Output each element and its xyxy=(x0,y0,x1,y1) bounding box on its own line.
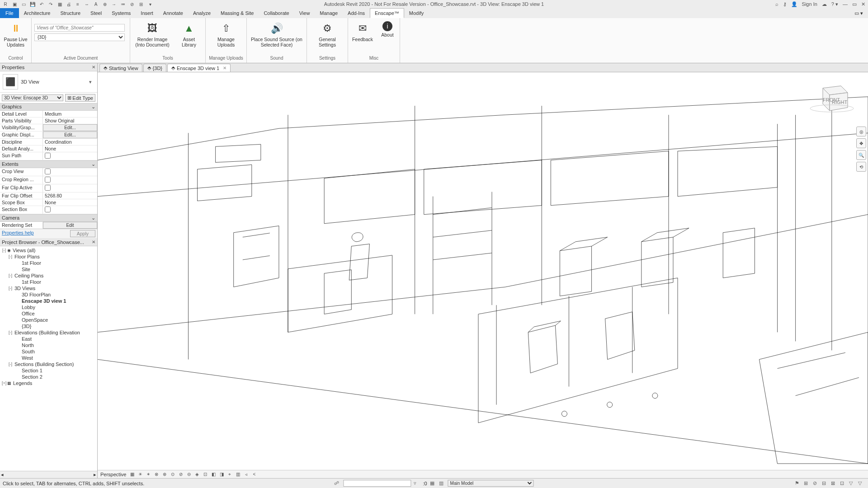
status-input[interactable] xyxy=(343,480,411,487)
tree-node[interactable]: 1st Floor xyxy=(0,260,97,266)
tab-collaborate[interactable]: Collaborate xyxy=(259,8,294,18)
status-tool-7[interactable]: ▽ xyxy=(858,480,864,487)
tree-node[interactable]: [-]Floor Plans xyxy=(0,253,97,260)
place-sound-source-button[interactable]: 🔊 Place Sound Source (on Selected Face) xyxy=(250,21,304,47)
tree-node[interactable]: Site xyxy=(0,266,97,272)
view-control-button-4[interactable]: ⊕ xyxy=(161,471,168,478)
appearance-dropdown[interactable]: ▭ ▾ xyxy=(849,8,868,18)
about-button[interactable]: i About xyxy=(378,21,397,38)
view-control-button-11[interactable]: ◨ xyxy=(218,471,225,478)
type-selector[interactable]: ⬛ 3D View ▾ xyxy=(0,71,97,93)
qat-button-14[interactable]: ⊘ xyxy=(128,0,136,8)
tree-node[interactable]: 1st Floor xyxy=(0,279,97,285)
property-checkbox[interactable] xyxy=(45,177,51,183)
views-search-input[interactable] xyxy=(34,24,125,32)
view-control-button-8[interactable]: ◈ xyxy=(194,471,200,478)
status-tool-5[interactable]: ⊡ xyxy=(840,480,846,487)
tab-steel[interactable]: Steel xyxy=(85,8,107,18)
property-checkbox[interactable] xyxy=(45,206,51,212)
tree-node[interactable]: [+]▦Legends xyxy=(0,380,97,386)
qat-button-5[interactable]: ↷ xyxy=(47,0,54,8)
orbit-button[interactable]: ⟲ xyxy=(856,162,866,172)
collapse-icon[interactable]: [-] xyxy=(2,248,6,253)
property-section-header[interactable]: Extents⌄ xyxy=(0,160,97,168)
tab-insert[interactable]: Insert xyxy=(136,8,158,18)
file-menu[interactable]: File xyxy=(0,8,19,18)
worksets-icon[interactable]: ☍ xyxy=(334,480,340,487)
qat-button-15[interactable]: ⊞ xyxy=(137,0,145,8)
property-value[interactable] xyxy=(43,152,97,160)
view-tab[interactable]: ⬘Starting View xyxy=(99,64,142,72)
collapse-icon[interactable]: [-] xyxy=(8,254,13,259)
qat-button-16[interactable]: ▾ xyxy=(146,0,154,8)
property-value[interactable]: Show Original xyxy=(43,117,97,124)
status-tool-3[interactable]: ⊟ xyxy=(822,480,828,487)
qat-button-6[interactable]: ▦ xyxy=(56,0,63,8)
zoom-button[interactable]: 🔍 xyxy=(856,150,866,160)
status-tool-1[interactable]: ⊞ xyxy=(804,480,810,487)
editable-only-icon[interactable]: ▥ xyxy=(439,480,445,487)
property-value[interactable] xyxy=(43,176,97,184)
tab-structure[interactable]: Structure xyxy=(55,8,85,18)
qat-button-3[interactable]: 💾 xyxy=(29,0,36,8)
tree-node[interactable]: [-]Elevations (Building Elevation xyxy=(0,329,97,336)
close-button[interactable]: ✕ xyxy=(861,1,865,7)
tree-node[interactable]: East xyxy=(0,336,97,342)
tree-node[interactable]: [-]◉Views (all) xyxy=(0,247,97,253)
tab-addins[interactable]: Add-Ins xyxy=(343,8,370,18)
status-tool-0[interactable]: ⚑ xyxy=(795,480,801,487)
view-control-button-12[interactable]: ⌖ xyxy=(226,471,233,478)
tree-node[interactable]: [-]3D Views xyxy=(0,285,97,291)
tab-massingsite[interactable]: Massing & Site xyxy=(216,8,259,18)
qat-button-12[interactable]: → xyxy=(110,0,118,8)
search-icon[interactable]: ⌕ xyxy=(775,1,778,7)
view-control-button-14[interactable]: ◃ xyxy=(243,471,249,478)
tree-node[interactable]: West xyxy=(0,355,97,361)
keynote-icon[interactable]: ⚷ xyxy=(783,1,787,7)
view-control-button-6[interactable]: ⊘ xyxy=(178,471,184,478)
status-tool-2[interactable]: ⊘ xyxy=(813,480,819,487)
instance-selector[interactable]: 3D View: Enscape 3D xyxy=(2,94,63,101)
tree-node[interactable]: 3D FloorPlan xyxy=(0,291,97,298)
view-control-button-9[interactable]: ⊡ xyxy=(202,471,208,478)
signin-link[interactable]: Sign In xyxy=(802,1,817,7)
tree-node[interactable]: [-]Sections (Building Section) xyxy=(0,361,97,367)
edit-type-button[interactable]: ⊞Edit Type xyxy=(65,94,95,102)
general-settings-button[interactable]: ⚙ General Settings xyxy=(310,21,345,47)
property-value[interactable]: Edit... xyxy=(43,124,97,131)
view-control-button-13[interactable]: ▥ xyxy=(235,471,241,478)
tree-node[interactable]: {3D} xyxy=(0,323,97,329)
view-control-button-10[interactable]: ◧ xyxy=(210,471,217,478)
property-checkbox[interactable] xyxy=(45,185,51,191)
tab-enscape[interactable]: Enscape™ xyxy=(370,8,404,18)
view-tab[interactable]: ⬘Enscape 3D view 1✕ xyxy=(167,64,231,72)
tab-architecture[interactable]: Architecture xyxy=(19,8,56,18)
property-value[interactable]: Medium xyxy=(43,111,97,117)
tab-manage[interactable]: Manage xyxy=(315,8,343,18)
qat-button-13[interactable]: ≔ xyxy=(119,0,127,8)
qat-button-9[interactable]: ↔ xyxy=(83,0,90,8)
render-image-button[interactable]: 🖼 Render Image (Into Document) xyxy=(133,21,172,47)
collapse-icon[interactable]: [-] xyxy=(8,273,13,278)
maximize-button[interactable]: ▭ xyxy=(852,1,857,7)
view-control-button-1[interactable]: ☀ xyxy=(137,471,143,478)
view-control-button-0[interactable]: ▦ xyxy=(129,471,135,478)
help-icon[interactable]: ? ▾ xyxy=(831,1,838,7)
manage-uploads-button[interactable]: ⇧ Manage Uploads xyxy=(208,21,244,47)
tree-node[interactable]: Section 2 xyxy=(0,374,97,380)
pause-live-updates-button[interactable]: ⏸ Pause Live Updates xyxy=(1,21,30,47)
view-tab[interactable]: ⬘{3D} xyxy=(143,64,166,72)
collapse-icon[interactable]: [-] xyxy=(8,286,13,291)
property-section-header[interactable]: Graphics⌄ xyxy=(0,103,97,111)
view-control-button-15[interactable]: < xyxy=(251,471,257,478)
tree-node[interactable]: Lobby xyxy=(0,304,97,310)
view-control-button-7[interactable]: ⊖ xyxy=(186,471,192,478)
tree-node[interactable]: South xyxy=(0,348,97,355)
project-browser-close-button[interactable]: ✕ xyxy=(92,239,95,244)
asset-library-button[interactable]: ▲ Asset Library xyxy=(175,21,203,47)
tree-node[interactable]: Enscape 3D view 1 xyxy=(0,298,97,304)
tab-analyze[interactable]: Analyze xyxy=(188,8,216,18)
sync-icon[interactable]: ☁ xyxy=(822,1,827,7)
view-cube[interactable]: RIGHTFRONT xyxy=(805,81,854,113)
properties-help-link[interactable]: Properties help xyxy=(2,230,34,237)
